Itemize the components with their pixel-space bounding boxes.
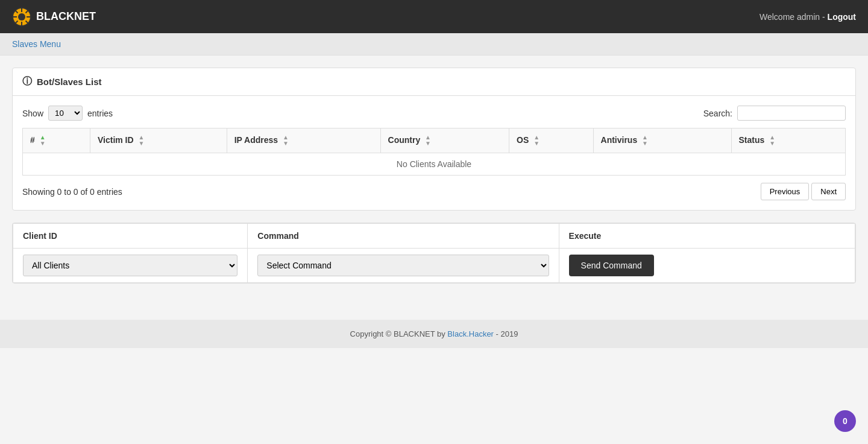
client-id-cell: All Clients <box>13 249 248 283</box>
header-user-info: Welcome admin - Logout <box>760 12 856 22</box>
col-status[interactable]: Status ▲▼ <box>731 128 845 153</box>
sort-icons-os: ▲▼ <box>533 135 539 147</box>
command-cell: Select Command <box>248 249 559 283</box>
col-ip[interactable]: IP Address ▲▼ <box>227 128 380 153</box>
sort-icons-hash: ▲▼ <box>40 135 46 147</box>
client-id-header: Client ID <box>13 224 248 249</box>
pagination-buttons: Previous Next <box>761 183 846 200</box>
footer-text: Copyright © BLACKNET by <box>350 329 448 338</box>
user-icon: ⓘ <box>22 75 32 88</box>
logo: BLACKNET <box>12 7 96 27</box>
command-table: Client ID Command Execute All Clients Se… <box>13 223 855 283</box>
table-controls: Show 10 25 50 100 entries Search: <box>22 106 846 121</box>
card-body: Show 10 25 50 100 entries Search: <box>13 96 855 210</box>
command-row: All Clients Select Command Send Command <box>13 249 855 283</box>
col-country[interactable]: Country ▲▼ <box>380 128 509 153</box>
welcome-text: Welcome admin - <box>760 12 828 22</box>
search-input[interactable] <box>737 106 846 121</box>
search-label: Search: <box>703 109 732 118</box>
show-entries: Show 10 25 50 100 entries <box>22 106 113 121</box>
entries-select[interactable]: 10 25 50 100 <box>48 106 83 121</box>
send-command-button[interactable]: Send Command <box>569 255 654 276</box>
blacknet-logo-icon <box>12 7 31 27</box>
pagination-info: Showing 0 to 0 of 0 entries <box>22 187 122 197</box>
command-header-row: Client ID Command Execute <box>13 224 855 249</box>
sort-icons-country: ▲▼ <box>425 135 431 147</box>
entries-label: entries <box>87 109 113 118</box>
logout-link[interactable]: Logout <box>828 12 856 22</box>
logo-text: BLACKNET <box>36 10 96 23</box>
execute-cell: Send Command <box>559 249 855 283</box>
previous-button[interactable]: Previous <box>761 183 810 200</box>
sort-icons-status: ▲▼ <box>769 135 775 147</box>
footer: Copyright © BLACKNET by Black.Hacker - 2… <box>0 320 868 348</box>
data-table: # ▲▼ Victim ID ▲▼ IP Address <box>22 128 846 176</box>
header: BLACKNET Welcome admin - Logout <box>0 0 868 33</box>
pagination-row: Showing 0 to 0 of 0 entries Previous Nex… <box>22 183 846 200</box>
client-id-select[interactable]: All Clients <box>23 255 237 276</box>
svg-point-1 <box>18 13 25 21</box>
col-victim-id[interactable]: Victim ID ▲▼ <box>90 128 227 153</box>
command-card: Client ID Command Execute All Clients Se… <box>12 223 856 284</box>
bot-slaves-card: ⓘ Bot/Slaves List Show 10 25 50 100 entr… <box>12 68 856 211</box>
slaves-menu-link[interactable]: Slaves Menu <box>12 39 61 49</box>
execute-header: Execute <box>559 224 855 249</box>
table-header-row: # ▲▼ Victim ID ▲▼ IP Address <box>23 128 846 153</box>
footer-year: - 2019 <box>494 329 518 338</box>
sort-icons-ip: ▲▼ <box>283 135 289 147</box>
main-content: ⓘ Bot/Slaves List Show 10 25 50 100 entr… <box>0 56 868 296</box>
breadcrumb: Slaves Menu <box>0 33 868 56</box>
empty-message: No Clients Available <box>23 153 846 176</box>
next-button[interactable]: Next <box>811 183 846 200</box>
empty-row: No Clients Available <box>23 153 846 176</box>
command-header: Command <box>248 224 559 249</box>
card-header: ⓘ Bot/Slaves List <box>13 68 855 96</box>
sort-icons-victim: ▲▼ <box>139 135 145 147</box>
command-select[interactable]: Select Command <box>257 255 549 276</box>
col-hash[interactable]: # ▲▼ <box>23 128 90 153</box>
footer-link[interactable]: Black.Hacker <box>447 329 494 338</box>
show-label: Show <box>22 109 43 118</box>
search-box: Search: <box>703 106 846 121</box>
sort-icons-antivirus: ▲▼ <box>642 135 648 147</box>
card-title: Bot/Slaves List <box>37 77 102 87</box>
col-antivirus[interactable]: Antivirus ▲▼ <box>593 128 731 153</box>
col-os[interactable]: OS ▲▼ <box>509 128 593 153</box>
